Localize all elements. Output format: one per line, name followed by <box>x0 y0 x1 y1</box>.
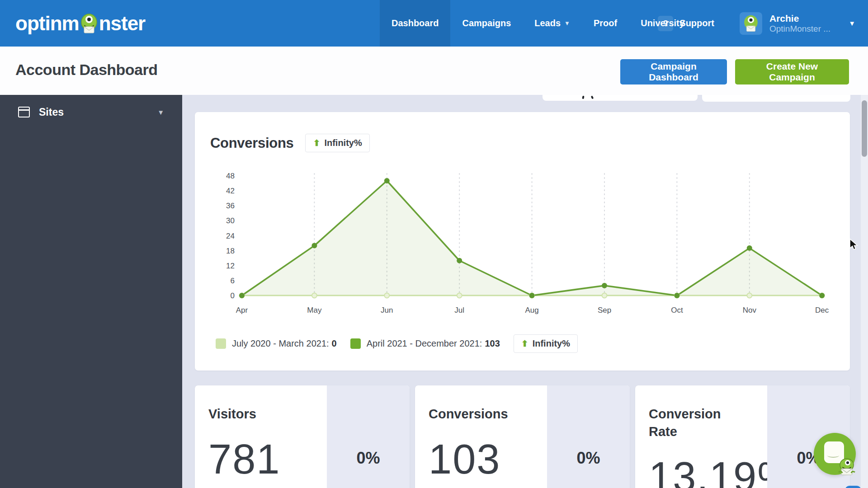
legend-label: April 2021 - December 2021: <box>367 338 482 349</box>
stat-value: 781 <box>208 436 327 483</box>
conversions-card: Conversions ⬆ Infinity% 0612182430364248… <box>195 112 850 371</box>
badge-value: Infinity% <box>324 138 362 148</box>
nav-item-dashboard[interactable]: Dashboard <box>380 0 450 47</box>
nav-item-leads[interactable]: Leads ▼ <box>523 0 582 47</box>
svg-text:48: 48 <box>226 172 235 180</box>
svg-text:Jul: Jul <box>454 306 464 314</box>
text-descender-mark <box>582 96 584 99</box>
chat-widget-button[interactable] <box>814 433 856 475</box>
chart-legend: July 2020 - March 2021: 0 April 2021 - D… <box>216 334 578 353</box>
chevron-down-icon: ▼ <box>564 20 570 27</box>
conversions-line-chart: 0612182430364248AprMayJunJulAugSepOctNov… <box>195 167 850 316</box>
text-descender-mark <box>591 95 594 99</box>
help-icon[interactable]: ? <box>658 16 673 31</box>
svg-text:Dec: Dec <box>815 306 829 314</box>
nav-label: Proof <box>594 18 617 28</box>
conversions-change-badge: ⬆ Infinity% <box>305 134 369 152</box>
user-account: OptinMonster ... <box>769 24 830 34</box>
nav-right-cluster: ? Support Archie OptinMonster ... ▼ <box>658 0 855 47</box>
stat-card-conversion-rate: Conversion Rate 13.19% 0% <box>635 385 850 488</box>
stat-change: 0% <box>576 449 600 468</box>
svg-text:Jun: Jun <box>381 306 393 314</box>
stats-row: Visitors 781 Results based on a 0% Conve… <box>195 385 850 488</box>
stat-card-conversions: Conversions 103 Results based on a 0% <box>415 385 630 488</box>
conversions-card-header: Conversions ⬆ Infinity% <box>210 134 850 152</box>
stat-card-visitors: Visitors 781 Results based on a 0% <box>195 385 410 488</box>
legend-swatch-light <box>216 338 226 349</box>
partial-card-top-right <box>702 95 850 102</box>
arrow-up-icon: ⬆ <box>521 338 528 349</box>
mouse-cursor <box>849 239 860 251</box>
monster-mascot-icon <box>834 457 858 477</box>
nav-label: Campaigns <box>462 18 511 28</box>
user-name: Archie <box>769 13 830 24</box>
legend-swatch-dark <box>350 338 361 349</box>
svg-text:0: 0 <box>231 291 235 300</box>
sidebar: Sites ▼ <box>0 95 182 488</box>
campaign-dashboard-button[interactable]: Campaign Dashboard <box>620 59 727 84</box>
logo-text-suffix: nster <box>99 12 146 35</box>
svg-text:Apr: Apr <box>236 306 248 314</box>
legend-item-current-period: April 2021 - December 2021: 103 <box>350 338 500 349</box>
avatar-mascot-icon <box>743 14 759 33</box>
stat-title: Conversions <box>429 405 519 423</box>
page-title: Account Dashboard <box>15 61 158 79</box>
svg-text:6: 6 <box>231 277 235 285</box>
partial-card-top-left <box>542 95 698 101</box>
scrollbar-thumb[interactable] <box>862 100 867 157</box>
nav-item-campaigns[interactable]: Campaigns <box>450 0 523 47</box>
badge-value: Infinity% <box>533 338 570 349</box>
svg-text:Aug: Aug <box>525 306 538 314</box>
legend-change-badge: ⬆ Infinity% <box>514 334 578 353</box>
stat-value: 103 <box>429 436 547 483</box>
stat-compare-panel: 0% <box>327 385 410 488</box>
svg-text:24: 24 <box>226 232 235 240</box>
support-link[interactable]: Support <box>679 18 714 28</box>
nav-item-proof[interactable]: Proof <box>582 0 629 47</box>
svg-text:12: 12 <box>226 262 235 270</box>
stat-main: Conversions 103 Results based on a <box>415 385 547 488</box>
stat-value: 13.19% <box>649 453 767 488</box>
svg-text:Oct: Oct <box>671 306 683 314</box>
svg-text:42: 42 <box>226 187 235 195</box>
svg-text:36: 36 <box>226 202 235 210</box>
svg-text:May: May <box>307 306 322 314</box>
svg-text:18: 18 <box>226 247 235 255</box>
top-navbar: optinm nster Dashboard Campaigns Leads ▼… <box>0 0 868 47</box>
svg-text:Sep: Sep <box>598 306 611 314</box>
svg-text:30: 30 <box>226 216 235 225</box>
legend-label: July 2020 - March 2021: <box>232 338 329 349</box>
chevron-down-icon[interactable]: ▼ <box>849 19 855 27</box>
monster-mascot-icon <box>80 13 98 34</box>
avatar[interactable] <box>740 12 762 35</box>
optinmonster-logo[interactable]: optinm nster <box>15 12 145 35</box>
primary-nav: Dashboard Campaigns Leads ▼ Proof Univer… <box>380 0 696 47</box>
nav-label: Leads <box>534 18 561 28</box>
stat-main: Visitors 781 Results based on a <box>195 385 327 488</box>
user-menu[interactable]: Archie OptinMonster ... <box>769 13 830 34</box>
sidebar-item-sites[interactable]: Sites ▼ <box>0 95 182 129</box>
stat-title: Conversion Rate <box>649 405 739 441</box>
corner-widget-fragment <box>845 486 861 488</box>
logo-text-prefix: optinm <box>15 12 79 35</box>
page-header: Account Dashboard Campaign Dashboard Cre… <box>0 47 868 95</box>
stat-change: 0% <box>356 449 380 468</box>
scrollbar-track[interactable] <box>861 95 868 488</box>
legend-item-previous-period: July 2020 - March 2021: 0 <box>216 338 337 349</box>
conversions-title: Conversions <box>210 135 293 151</box>
legend-value: 0 <box>332 338 337 349</box>
stat-main: Conversion Rate 13.19% <box>635 385 767 488</box>
main-content: Conversions ⬆ Infinity% 0612182430364248… <box>182 95 868 488</box>
chevron-down-icon: ▼ <box>157 108 164 116</box>
legend-value: 103 <box>485 338 500 349</box>
create-new-campaign-button[interactable]: Create New Campaign <box>735 59 849 84</box>
stat-title: Visitors <box>208 405 299 423</box>
stat-compare-panel: 0% <box>547 385 630 488</box>
browser-window-icon <box>18 107 30 117</box>
sites-label: Sites <box>39 106 64 118</box>
arrow-up-icon: ⬆ <box>313 138 320 148</box>
svg-text:Nov: Nov <box>743 306 757 314</box>
conversions-chart-svg: 0612182430364248AprMayJunJulAugSepOctNov… <box>195 167 850 316</box>
nav-label: Dashboard <box>392 18 439 28</box>
